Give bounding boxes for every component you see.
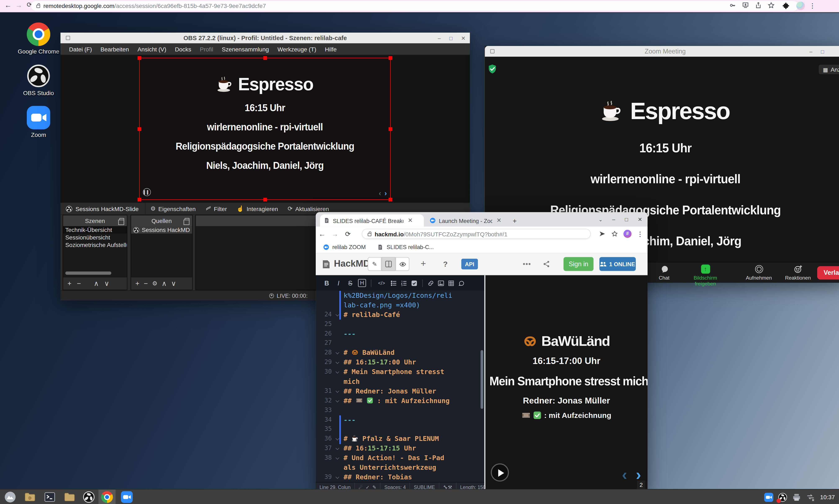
bookmark-star-icon[interactable] <box>768 2 775 9</box>
obs-menu-item[interactable]: Datei (F) <box>65 46 96 52</box>
new-tab-button[interactable]: + <box>513 217 517 225</box>
zoom-toolbar-reactions[interactable]: Reaktionen <box>776 264 819 281</box>
obs-dock-tab-sessions[interactable]: Sessions HackMD-Slide <box>61 203 145 214</box>
online-users-button[interactable]: 1 ONLINE <box>599 257 636 271</box>
obs-toolbar-filter[interactable]: Filter <box>201 203 232 214</box>
zoom-toolbar-record[interactable]: Aufnehmen <box>738 264 781 281</box>
zoom-titlebar[interactable]: Zoom Meeting –□ <box>485 46 839 57</box>
tab-search-chevron-icon[interactable]: ⌄ <box>599 217 603 222</box>
fold-chevron-icon[interactable] <box>336 312 339 316</box>
add-scene-button[interactable]: + <box>67 280 71 288</box>
pause-media-icon[interactable]: ▌▌ <box>143 188 151 196</box>
bold-button[interactable]: B <box>323 279 330 287</box>
fold-chevron-icon[interactable] <box>336 360 339 364</box>
taskbar-folder-documents[interactable]: D <box>24 491 36 503</box>
numbered-list-icon[interactable] <box>401 280 407 286</box>
window-close-button[interactable]: ✕ <box>638 216 642 222</box>
prev-slide-icon[interactable]: ‹ <box>622 466 627 483</box>
address-bar[interactable]: remotedesktop.google.com/access/session/… <box>31 1 799 11</box>
desktop-icon-obs[interactable]: OBS Studio <box>14 64 63 96</box>
taskbar-folder[interactable] <box>64 491 75 503</box>
tray-printer-icon[interactable] <box>792 492 801 502</box>
taskbar-zoom[interactable] <box>121 491 133 503</box>
fold-chevron-icon[interactable] <box>336 446 339 450</box>
szenen-scrollbar[interactable] <box>65 271 111 274</box>
split-mode-button[interactable] <box>382 257 396 271</box>
fold-chevron-icon[interactable] <box>336 437 339 441</box>
install-icon[interactable] <box>742 2 749 9</box>
taskbar-chrome-active[interactable] <box>101 491 113 503</box>
taskbar-app-mountain[interactable] <box>4 491 16 503</box>
preview-mode-button[interactable] <box>395 257 409 271</box>
transform-handle[interactable] <box>137 56 141 60</box>
transform-handle[interactable] <box>263 198 267 201</box>
transform-handle[interactable] <box>137 127 141 131</box>
table-icon[interactable] <box>448 280 455 286</box>
add-source-button[interactable]: + <box>135 280 139 288</box>
hackmd-brand[interactable]: HackMD <box>322 259 370 269</box>
forward-icon[interactable]: → <box>328 230 341 238</box>
obs-menu-item[interactable]: Bearbeiten <box>96 46 133 52</box>
editor-line[interactable]: 31## Redner: Jonas Müller <box>316 386 484 396</box>
fold-chevron-icon[interactable] <box>336 399 339 402</box>
extensions-puzzle-icon[interactable] <box>782 2 790 10</box>
tab-close-icon[interactable]: ✕ <box>408 217 413 224</box>
code-block-button[interactable]: </> <box>376 281 387 286</box>
obs-scene-preview[interactable]: Espresso 16:15 Uhrwirlernenonline - rpi-… <box>139 58 391 200</box>
send-icon[interactable] <box>599 230 606 237</box>
forward-icon[interactable]: → <box>14 1 24 9</box>
source-properties-gear-icon[interactable]: ⚙ <box>152 280 157 287</box>
sign-in-button[interactable]: Sign in <box>563 257 593 271</box>
source-item[interactable]: Sessions HackMD-Slid <box>131 226 192 234</box>
next-slide-icon[interactable]: › <box>384 189 387 197</box>
obs-menu-item[interactable]: Hilfe <box>321 46 341 52</box>
scene-item[interactable]: Sessionübersicht <box>63 234 127 241</box>
more-options-icon[interactable]: ••• <box>523 260 531 268</box>
desktop-icon-zoom[interactable]: Zoom <box>14 106 63 138</box>
transform-handle[interactable] <box>263 56 267 60</box>
obs-menu-item[interactable]: Profil <box>195 46 218 52</box>
share-nodes-icon[interactable] <box>543 260 550 268</box>
taskbar-obs[interactable] <box>83 491 95 503</box>
back-icon[interactable]: ← <box>3 1 13 9</box>
transform-handle[interactable] <box>389 56 392 60</box>
editor-line[interactable]: 35 <box>316 425 484 434</box>
tray-zoom-icon[interactable] <box>765 492 773 502</box>
obs-menu-item[interactable]: Szenensammlung <box>218 46 273 52</box>
editor-line[interactable]: 30# Mein Smartphone stresst <box>316 367 484 377</box>
browser-profile-avatar[interactable] <box>796 2 805 10</box>
obs-menu-item[interactable]: Werkzeuge (T) <box>273 46 321 52</box>
editor-line[interactable]: lab-cafe.png =x400) <box>316 300 484 310</box>
editor-line[interactable]: 33 <box>316 406 484 415</box>
scene-item[interactable]: Technik-Übersicht <box>63 226 127 234</box>
fold-chevron-icon[interactable] <box>336 475 339 479</box>
back-icon[interactable]: ← <box>316 230 328 238</box>
share-icon[interactable] <box>754 2 762 9</box>
bullet-list-icon[interactable] <box>391 280 397 286</box>
taskbar-terminal[interactable] <box>44 491 56 503</box>
scene-up-button[interactable]: ∧ <box>94 280 99 288</box>
zoom-toolbar-chat[interactable]: Chat <box>643 264 686 281</box>
window-minimize-button[interactable]: – <box>612 216 615 222</box>
editor-lines[interactable]: k%2BDesign/Logos/Icons/relilab-cafe.png … <box>316 291 484 482</box>
tab-slides-hackmd[interactable]: SLIDES relilab-CAFÉ Breakou ✕ <box>320 214 424 227</box>
leave-meeting-button[interactable]: Verlassen <box>817 266 839 280</box>
address-bar[interactable]: hackmd.io/0Moh79SUTFCZoZzympwlTQ?both#/1 <box>362 229 591 239</box>
editor-line[interactable]: mich <box>316 377 484 386</box>
editor-line[interactable]: k%2BDesign/Logos/Icons/reli <box>316 291 484 300</box>
image-icon[interactable] <box>438 280 444 286</box>
popout-icon[interactable] <box>185 218 189 222</box>
link-icon[interactable] <box>428 280 434 286</box>
remove-source-button[interactable]: − <box>144 280 148 288</box>
play-button[interactable] <box>491 464 509 482</box>
editor-line[interactable]: 25 <box>316 320 484 329</box>
obs-close-button[interactable]: ✕ <box>461 35 465 41</box>
desktop-icon-chrome[interactable]: Google Chrome <box>14 22 63 54</box>
editor-line[interactable]: 29## 16:15-17:00 Uhr <box>316 358 484 367</box>
edit-mode-button[interactable]: ✎ <box>367 257 382 271</box>
editor-line[interactable]: als Unterrichtswerkzeug <box>316 463 484 472</box>
profile-avatar[interactable]: # <box>623 230 631 238</box>
prev-slide-icon[interactable]: ‹ <box>379 189 381 197</box>
editor-scrollbar[interactable] <box>481 350 483 409</box>
italic-button[interactable]: I <box>335 279 343 287</box>
